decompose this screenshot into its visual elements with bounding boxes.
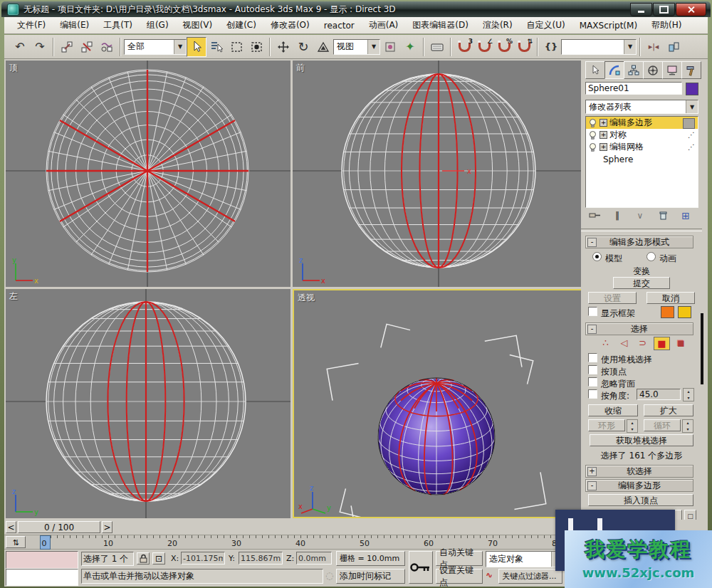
select-object-button[interactable]	[187, 37, 206, 57]
menu-file[interactable]: 文件(F)	[10, 19, 53, 31]
spinner-down-icon[interactable]: ▾	[627, 426, 637, 433]
spinner-up-icon[interactable]: ▴	[627, 420, 637, 426]
use-stack-selection-checkbox[interactable]: 使用堆栈选择	[588, 353, 652, 366]
tab-display[interactable]	[662, 61, 682, 79]
loop-spinner[interactable]: ▴▾	[682, 419, 693, 433]
chevron-down-icon[interactable]: ▼	[624, 40, 636, 54]
menu-views[interactable]: 视图(V)	[176, 19, 220, 31]
cage-edge-color-swatch[interactable]	[661, 306, 674, 318]
menu-group[interactable]: 组(G)	[140, 19, 176, 31]
settings-button[interactable]: 设置	[588, 292, 637, 304]
menu-maxscript[interactable]: MAXScript(M)	[572, 21, 644, 31]
angle-snap-button[interactable]: ∠	[474, 37, 494, 57]
collapse-icon[interactable]: -	[587, 238, 597, 247]
radio-animate[interactable]: 动画	[646, 252, 676, 265]
menu-create[interactable]: 创建(C)	[219, 19, 263, 31]
redo-button[interactable]: ↷	[30, 37, 50, 57]
rectangular-selection-button[interactable]	[226, 37, 246, 57]
menu-tools[interactable]: 工具(T)	[96, 19, 140, 31]
object-name-field[interactable]	[585, 82, 682, 95]
by-vertex-checkbox[interactable]: 按顶点	[588, 365, 627, 378]
add-time-tag-button[interactable]: 添加时间标记	[336, 569, 405, 584]
align-button[interactable]	[664, 37, 684, 57]
rollout-selection-header[interactable]: - 选择	[585, 322, 693, 335]
element-mode-button[interactable]: ◼	[674, 337, 689, 349]
vertex-mode-button[interactable]: ∴	[598, 337, 613, 349]
set-key-mode-button[interactable]	[409, 551, 433, 584]
chevron-down-icon[interactable]: ▼	[174, 40, 186, 54]
polygon-mode-button[interactable]: ■	[654, 337, 670, 350]
spinner-snap-button[interactable]: ⇅	[514, 37, 534, 57]
stack-item-symmetry[interactable]: + 对称 ⋰	[586, 129, 698, 141]
object-color-swatch[interactable]	[686, 83, 698, 95]
menu-reactor[interactable]: reactor	[317, 21, 362, 31]
select-by-name-button[interactable]	[206, 37, 226, 57]
undo-button[interactable]: ↶	[10, 37, 30, 57]
show-end-result-button[interactable]: ‖	[609, 209, 625, 221]
ignore-backfacing-checkbox[interactable]: 忽略背面	[588, 377, 635, 390]
expand-icon[interactable]: +	[587, 467, 597, 476]
modifier-list-dropdown[interactable]: 修改器列表 ▼	[585, 100, 698, 114]
select-and-manipulate-button[interactable]: ✦	[400, 37, 420, 57]
expand-icon[interactable]: +	[600, 131, 607, 139]
show-cage-checkbox[interactable]: 显示框架	[588, 307, 635, 320]
select-and-scale-button[interactable]	[313, 37, 333, 57]
viewport-perspective[interactable]: 透视 z x y	[293, 289, 582, 518]
selection-lock-button[interactable]	[137, 552, 150, 565]
pin-stack-button[interactable]	[587, 209, 602, 221]
previous-frame-button[interactable]: <	[6, 521, 16, 533]
named-selection-dropdown[interactable]: ▼	[561, 39, 637, 55]
visibility-bulb-icon[interactable]	[588, 118, 597, 128]
menu-rendering[interactable]: 渲染(R)	[476, 19, 520, 31]
ring-spinner[interactable]: ▴▾	[627, 419, 638, 433]
key-filters-button[interactable]: 关键点过滤器...	[498, 569, 562, 584]
radio-model[interactable]: 模型	[592, 252, 622, 265]
menu-modifiers[interactable]: 修改器(O)	[263, 19, 317, 31]
selection-filter-dropdown[interactable]: 全部 ▼	[124, 39, 187, 55]
viewport-top-label[interactable]: 顶	[9, 62, 18, 74]
make-unique-button[interactable]: ∨	[632, 209, 648, 221]
cancel-button[interactable]: 取消	[646, 292, 695, 304]
shrink-button[interactable]: 收缩	[588, 404, 638, 416]
spinner-down-icon[interactable]: ▾	[684, 395, 693, 401]
edit-named-selections-button[interactable]: {}	[541, 37, 561, 57]
collapse-icon[interactable]: -	[587, 481, 597, 490]
unlink-selection-button[interactable]	[77, 37, 97, 57]
grow-button[interactable]: 扩大	[644, 404, 693, 416]
tab-modify[interactable]	[604, 61, 624, 79]
x-coordinate-field[interactable]	[181, 552, 225, 565]
viewport-left[interactable]: 左 z y	[6, 289, 290, 518]
panel-scrollbar[interactable]	[701, 313, 703, 384]
expand-icon[interactable]: +	[600, 119, 607, 127]
viewport-top[interactable]: 顶 y x	[6, 61, 290, 287]
transform-typein-button[interactable]: ⊡	[152, 552, 165, 565]
viewport-front-label[interactable]: 前	[296, 62, 305, 74]
menu-customize[interactable]: 自定义(U)	[520, 19, 572, 31]
z-coordinate-field[interactable]	[296, 552, 332, 565]
get-stack-selection-button[interactable]: 获取堆栈选择	[590, 434, 693, 446]
use-center-button[interactable]	[380, 37, 400, 57]
percent-snap-button[interactable]: %	[494, 37, 514, 57]
snap-toggle-button[interactable]: 3	[454, 37, 474, 57]
visibility-bulb-icon[interactable]	[588, 142, 597, 152]
commit-button[interactable]: 提交	[613, 277, 670, 289]
configure-modifier-sets-button[interactable]: ⊞	[678, 209, 693, 221]
viewport-front[interactable]: 前 x z x	[293, 61, 582, 287]
tab-create[interactable]	[585, 61, 605, 79]
maximize-button[interactable]	[653, 3, 675, 16]
spinner-up-icon[interactable]: ▴	[683, 420, 693, 426]
menu-help[interactable]: 帮助(H)	[644, 19, 689, 31]
ring-button[interactable]: 环形	[588, 419, 625, 431]
collapse-icon[interactable]: -	[587, 325, 597, 334]
edge-mode-button[interactable]: ◁	[617, 337, 632, 349]
subobject-level-icon[interactable]	[683, 118, 695, 129]
maxscript-macro-recorder[interactable]	[6, 551, 78, 569]
rollout-edit-poly-mode-header[interactable]: - 编辑多边形模式	[585, 236, 693, 248]
bind-to-space-warp-button[interactable]	[97, 37, 117, 57]
stack-item-sphere[interactable]: Sphere	[586, 153, 698, 165]
chevron-down-icon[interactable]: ▼	[686, 100, 698, 113]
select-and-rotate-button[interactable]: ↻	[293, 37, 313, 57]
minimize-button[interactable]	[630, 3, 652, 16]
tab-hierarchy[interactable]	[624, 61, 644, 79]
select-and-link-button[interactable]	[57, 37, 77, 57]
